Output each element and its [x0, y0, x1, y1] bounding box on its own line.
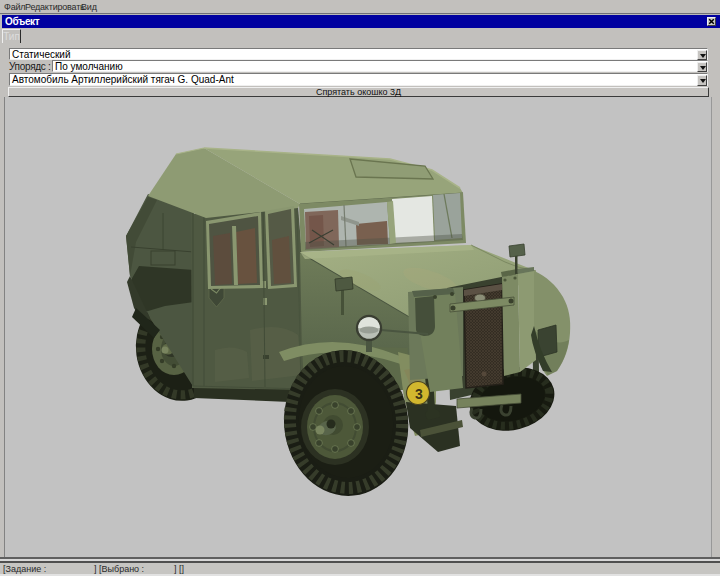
svg-text:3: 3 — [415, 386, 423, 402]
